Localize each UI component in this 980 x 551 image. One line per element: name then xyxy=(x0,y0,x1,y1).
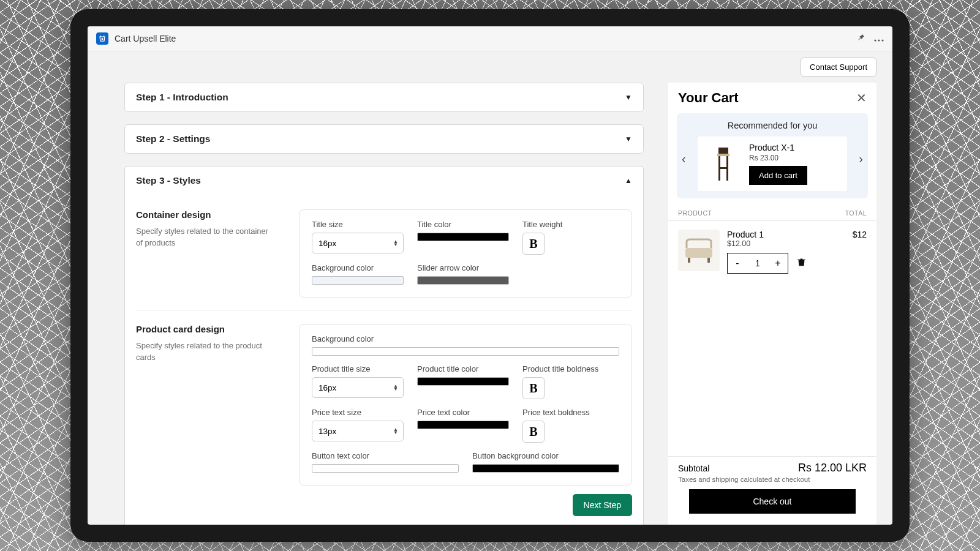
tax-note: Taxes and shipping calculated at checkou… xyxy=(678,476,867,483)
qty-increase-button[interactable]: + xyxy=(768,253,788,273)
cart-item-total: $12 xyxy=(853,230,867,274)
subtotal-amount: Rs 12.00 LKR xyxy=(798,462,867,474)
quantity-stepper: - 1 + xyxy=(727,253,788,274)
stepper-icon: ▲▼ xyxy=(393,428,398,434)
app-title: Cart Upsell Elite xyxy=(115,34,176,43)
card-bg-swatch[interactable] xyxy=(312,347,619,356)
ptitle-size-select[interactable]: 16px ▲▼ xyxy=(312,377,404,398)
contact-support-button[interactable]: Contact Support xyxy=(801,58,876,77)
laptop-frame: Cart Upsell Elite Contact Support Step 1… xyxy=(70,9,910,542)
title-color-swatch[interactable] xyxy=(417,233,509,241)
stepper-icon: ▲▼ xyxy=(393,384,398,391)
checkout-button[interactable]: Check out xyxy=(689,489,855,514)
cart-title: Your Cart xyxy=(678,90,739,106)
subtotal-label: Subtotal xyxy=(678,463,709,473)
step-1-accordion[interactable]: Step 1 - Introduction ▼ xyxy=(124,83,644,112)
cart-item-name: Product 1 xyxy=(727,230,845,239)
container-design-card: Title size 16px ▲▼ Title color xyxy=(299,209,632,298)
recommendation-title: Recommended for you xyxy=(680,121,864,130)
cart-item-image xyxy=(678,230,720,271)
btn-bg-color-swatch[interactable] xyxy=(472,464,619,473)
arrow-color-swatch[interactable] xyxy=(417,276,509,285)
support-row: Contact Support xyxy=(88,51,892,83)
bg-color-swatch[interactable] xyxy=(312,276,404,285)
svg-rect-11 xyxy=(707,258,710,263)
cart-item-price: $12.00 xyxy=(727,239,845,248)
app-icon xyxy=(96,32,108,45)
step-2-title: Step 2 - Settings xyxy=(136,133,210,144)
bg-color-label: Background color xyxy=(312,263,404,272)
cart-item: Product 1 $12.00 - 1 + xyxy=(668,221,876,280)
svg-rect-4 xyxy=(718,148,728,154)
rec-product-name: Product X-1 xyxy=(749,143,807,152)
price-bold-label: Price text boldness xyxy=(522,408,614,417)
step-3-accordion: Step 3 - Styles ▲ Container design Speci… xyxy=(124,166,644,525)
arrow-color-label: Slider arrow color xyxy=(417,263,509,272)
price-color-label: Price text color xyxy=(417,408,509,417)
ptitle-color-label: Product title color xyxy=(417,364,509,373)
recommended-product-card: Product X-1 Rs 23.00 Add to cart xyxy=(698,137,847,191)
chevron-down-icon: ▼ xyxy=(625,135,632,143)
app-screen: Cart Upsell Elite Contact Support Step 1… xyxy=(88,26,892,525)
title-size-label: Title size xyxy=(312,220,404,229)
price-color-swatch[interactable] xyxy=(417,421,509,429)
btn-text-color-label: Button text color xyxy=(312,451,459,460)
container-design-desc: Specify styles related to the container … xyxy=(136,226,277,249)
step-3-title: Step 3 - Styles xyxy=(136,175,201,186)
pin-icon[interactable] xyxy=(857,33,865,44)
btn-text-color-swatch[interactable] xyxy=(312,464,459,473)
price-bold-toggle[interactable]: B xyxy=(522,421,545,443)
step-2-accordion[interactable]: Step 2 - Settings ▼ xyxy=(124,124,644,154)
qty-decrease-button[interactable]: - xyxy=(728,253,747,273)
stepper-icon: ▲▼ xyxy=(393,240,398,246)
ptitle-bold-toggle[interactable]: B xyxy=(522,377,545,399)
title-color-label: Title color xyxy=(417,220,509,229)
title-weight-label: Title weight xyxy=(522,220,614,229)
product-card-heading: Product card design xyxy=(136,324,277,334)
rec-product-image xyxy=(706,144,741,184)
product-card-design-card: Background color Product title size 16px… xyxy=(299,324,632,485)
price-size-label: Price text size xyxy=(312,408,404,417)
step-3-header[interactable]: Step 3 - Styles ▲ xyxy=(125,167,643,195)
trash-icon[interactable] xyxy=(797,257,806,269)
next-step-button[interactable]: Next Step xyxy=(573,494,632,516)
slider-prev-icon[interactable]: ‹ xyxy=(682,152,686,166)
svg-point-0 xyxy=(102,39,103,40)
svg-rect-9 xyxy=(685,248,712,258)
title-size-select[interactable]: 16px ▲▼ xyxy=(312,233,404,253)
title-weight-toggle[interactable]: B xyxy=(522,233,545,255)
rec-product-price: Rs 23.00 xyxy=(749,154,807,162)
ptitle-color-swatch[interactable] xyxy=(417,377,509,386)
add-to-cart-button[interactable]: Add to cart xyxy=(749,166,807,185)
svg-point-1 xyxy=(874,39,876,41)
svg-rect-10 xyxy=(688,258,690,263)
top-bar: Cart Upsell Elite xyxy=(88,26,892,51)
step-1-title: Step 1 - Introduction xyxy=(136,92,228,103)
col-product-label: PRODUCT xyxy=(678,209,712,217)
svg-point-2 xyxy=(878,39,880,41)
chevron-up-icon: ▲ xyxy=(625,176,632,185)
slider-next-icon[interactable]: › xyxy=(859,152,863,166)
btn-bg-color-label: Button background color xyxy=(472,451,619,460)
cart-preview: Your Cart ✕ Recommended for you ‹ › Prod… xyxy=(668,83,876,525)
svg-rect-5 xyxy=(717,154,729,156)
price-size-select[interactable]: 13px ▲▼ xyxy=(312,421,404,441)
ptitle-size-label: Product title size xyxy=(312,364,404,373)
close-icon[interactable]: ✕ xyxy=(856,91,867,105)
card-bg-label: Background color xyxy=(312,334,619,343)
more-icon[interactable] xyxy=(874,33,884,44)
product-card-desc: Specify styles related to the product ca… xyxy=(136,340,277,364)
col-total-label: TOTAL xyxy=(845,209,867,217)
container-design-heading: Container design xyxy=(136,209,277,220)
ptitle-bold-label: Product title boldness xyxy=(522,364,614,373)
svg-point-3 xyxy=(881,39,883,41)
svg-rect-8 xyxy=(718,167,728,169)
chevron-down-icon: ▼ xyxy=(625,93,632,102)
recommendation-box: Recommended for you ‹ › Product X-1 Rs 2… xyxy=(677,113,868,198)
qty-value: 1 xyxy=(747,258,768,268)
